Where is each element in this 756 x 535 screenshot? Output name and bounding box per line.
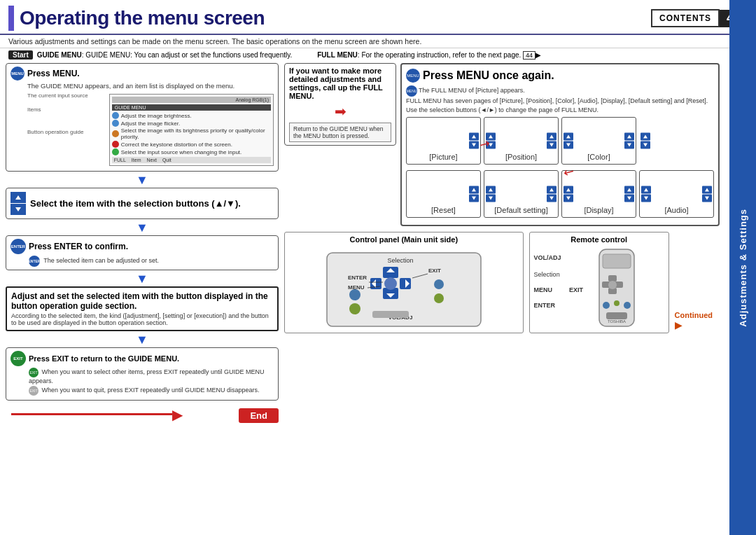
guide-menu-label: GUIDE MENU: GUIDE MENU: You can adjust o… (37, 51, 292, 59)
nav-down-btn-2 (547, 141, 556, 149)
left-column: MENU Press MENU. The GUIDE MENU appears,… (6, 63, 279, 535)
right-sidebar: Adjustments & Settings (729, 0, 756, 535)
svg-point-46 (349, 303, 360, 314)
adjust-body: According to the selected item, the kind… (11, 312, 273, 326)
svg-marker-25 (644, 197, 648, 200)
exit-circle-icon: EXIT (10, 351, 26, 366)
select-item-step: Select the item with the selection butto… (6, 188, 279, 219)
right-column: If you want to make more detailed adjust… (284, 63, 750, 535)
full-menu-section: If you want to make more detailed adjust… (284, 63, 720, 226)
nav-left-btn-8 (486, 195, 496, 202)
svg-marker-12 (643, 135, 648, 139)
exit-small-icon-2: EXIT (29, 386, 38, 396)
selection-buttons-icon (10, 192, 26, 215)
down-button-icon (10, 204, 26, 215)
svg-marker-22 (627, 188, 631, 192)
svg-rect-61 (606, 312, 627, 319)
svg-marker-0 (15, 195, 21, 200)
adjust-step: Adjust and set the selected item with th… (6, 286, 279, 331)
default-nav-left (486, 186, 496, 202)
remote-content: VOL/ADJ Selection MENU EXIT ENTER (534, 246, 664, 330)
orange-icon (112, 130, 119, 137)
svg-marker-19 (550, 197, 554, 200)
svg-point-60 (624, 302, 631, 309)
end-badge: End (239, 408, 279, 423)
svg-marker-7 (550, 144, 554, 147)
green-icon (112, 148, 119, 155)
menu-item: Adjust the image flicker. (112, 120, 271, 127)
svg-marker-18 (550, 188, 554, 192)
nav-left-btn-3 (564, 133, 573, 141)
nav-up-btn-7 (702, 186, 712, 194)
nav-down-btn-3 (624, 141, 634, 149)
position-cell: [Position] (484, 117, 559, 165)
select-item-text: Select the item with the selection butto… (30, 198, 241, 209)
press-enter-step: ENTER Press ENTER to confirm. ENTER The … (6, 235, 279, 270)
svg-text:TOSHIBA: TOSHIBA (608, 319, 626, 324)
remote-box: Remote control VOL/ADJ Selection MENU EX… (529, 232, 669, 333)
exit-small-icon: EXIT (29, 368, 38, 377)
bottom-section: Control panel (Main unit side) Selection (284, 232, 720, 333)
svg-marker-26 (705, 188, 709, 192)
menu-circle-icon-3: MENU (406, 85, 417, 97)
subheader: Various adjustments and settings can be … (0, 35, 756, 48)
nav-up-btn-2 (547, 133, 556, 141)
svg-marker-27 (705, 197, 709, 200)
display-nav-left (564, 186, 573, 202)
menu-exit-label: MENU EXIT (534, 284, 584, 298)
menu-item: Correct the keystone distortion of the s… (112, 141, 271, 148)
full-menu-label: FULL MENU: For the operating instruction… (317, 51, 541, 60)
nav-left-btn-12 (641, 195, 651, 202)
remote-visual: TOSHIBA (589, 246, 645, 330)
menu-preview: Analog RGB(1) GUIDE MENU Adjust the imag… (109, 94, 274, 166)
press-enter-body: ENTER The selected item can be adjusted … (29, 256, 274, 267)
menu-item: Select the image with its brightness pri… (112, 127, 271, 140)
nav-up-btn-5 (547, 186, 556, 194)
color-nav-left (564, 133, 573, 149)
svg-marker-17 (489, 197, 493, 200)
contents-button[interactable]: CONTENTS (651, 9, 720, 27)
svg-marker-21 (566, 197, 570, 200)
continued-text: Continued (675, 311, 720, 319)
picture-cell: [Picture] (406, 117, 481, 165)
svg-marker-2 (472, 135, 476, 139)
position-nav-right (547, 133, 556, 149)
guide-menu-preview-title: GUIDE MENU (112, 104, 271, 111)
press-exit-title: EXIT Press EXIT to return to the GUIDE M… (10, 351, 274, 366)
svg-rect-50 (372, 311, 409, 318)
full-menu-press-title: Press MENU once again. (423, 69, 554, 82)
nav-left-btn-10 (564, 195, 573, 202)
red-line (11, 413, 172, 415)
svg-marker-8 (566, 135, 570, 139)
arrow-down-1: ▼ (6, 174, 279, 186)
up-button-icon (10, 192, 26, 203)
svg-marker-20 (566, 188, 570, 192)
reset-nav-right (469, 186, 479, 202)
press-menu-step: MENU Press MENU. The GUIDE MENU appears,… (6, 63, 279, 172)
control-panel-title: Control panel (Main unit side) (289, 235, 519, 244)
menu-pages-grid: [Picture] [Position] (406, 117, 714, 221)
svg-marker-9 (566, 144, 570, 147)
nav-down-btn-7 (702, 195, 712, 202)
callout-box: If you want to make more detailed adjust… (284, 63, 396, 146)
svg-point-58 (603, 302, 610, 309)
audio-cell: [Audio] (639, 170, 714, 218)
color-nav-right (624, 133, 634, 149)
remote-title: Remote control (534, 235, 664, 244)
svg-text:Selection: Selection (387, 257, 413, 264)
enter-small-icon: ENTER (29, 256, 40, 267)
nav-left-btn-6 (640, 141, 650, 149)
nav-down-btn-6 (624, 195, 634, 202)
full-menu-desc: MENUThe FULL MENU of [Picture] appears. … (406, 85, 714, 114)
reset-cell: [Reset] (406, 170, 481, 218)
main-content: MENU Press MENU. The GUIDE MENU appears,… (0, 60, 756, 535)
svg-marker-24 (644, 188, 648, 192)
nav-left-btn-4 (564, 141, 573, 149)
sidebar-label: Adjustments & Settings (738, 209, 748, 327)
press-enter-title: ENTER Press ENTER to confirm. (10, 239, 274, 254)
svg-marker-1 (15, 207, 21, 211)
svg-marker-15 (472, 197, 476, 200)
remote-labels: VOL/ADJ Selection MENU EXIT ENTER (534, 246, 584, 330)
audio-nav-right (702, 186, 712, 202)
arrow-down-2: ▼ (6, 221, 279, 234)
